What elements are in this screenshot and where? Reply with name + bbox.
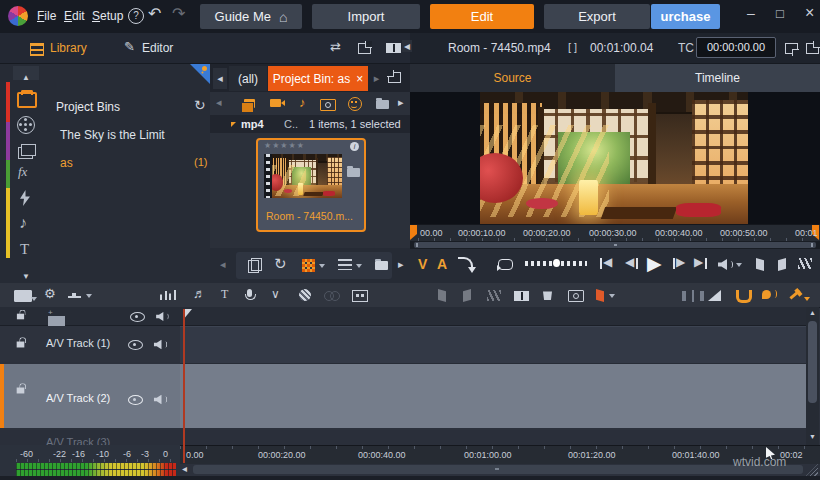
razor-split-icon[interactable] bbox=[487, 290, 501, 301]
rating-stars[interactable]: ★★★★★ bbox=[264, 141, 305, 150]
track-2-label[interactable]: A/V Track (2) bbox=[46, 392, 110, 404]
tab-timeline[interactable]: Timeline bbox=[615, 64, 820, 92]
bin-item-sky[interactable]: The Sky is the Limit bbox=[60, 128, 165, 142]
track-2-lock-icon[interactable] bbox=[17, 388, 25, 394]
track-2-content[interactable] bbox=[180, 364, 806, 428]
snapshot-icon[interactable] bbox=[568, 290, 584, 302]
timeline-ruler[interactable]: 0.00 00:00:20.00 00:00:40.00 00:01:00.00… bbox=[180, 445, 820, 464]
panel-pin-corner[interactable] bbox=[190, 64, 210, 84]
purchase-button[interactable]: urchase bbox=[651, 4, 720, 29]
vscroll-down-icon[interactable]: ▼ bbox=[809, 433, 816, 440]
clip-folder-icon[interactable] bbox=[347, 168, 360, 177]
track-1-content[interactable] bbox=[180, 326, 806, 364]
sidebar-scroll-down[interactable]: ▼ bbox=[13, 265, 39, 279]
sidebar-item-media[interactable] bbox=[18, 147, 33, 159]
tab-editor[interactable]: Editor bbox=[142, 41, 173, 55]
browse-folder-icon[interactable] bbox=[376, 100, 389, 109]
go-to-end-icon[interactable]: ▶ bbox=[694, 256, 703, 268]
playhead-line[interactable] bbox=[183, 309, 185, 463]
loop-playback-icon[interactable] bbox=[498, 259, 513, 270]
play-button[interactable]: ▶ bbox=[647, 252, 662, 275]
tab-all[interactable]: (all) bbox=[229, 66, 267, 91]
timeline-hscrollbar[interactable]: ◂ bbox=[180, 463, 820, 476]
track-row-1[interactable]: A/V Track (1) bbox=[0, 326, 806, 362]
track-size-icon[interactable] bbox=[68, 296, 81, 298]
bin-item-as[interactable]: as bbox=[60, 156, 73, 170]
audio-toggle[interactable]: A bbox=[437, 256, 447, 272]
trim-mode-icon[interactable] bbox=[708, 290, 721, 301]
redo-icon[interactable]: ↷ bbox=[172, 6, 185, 22]
send-to-timeline-arrow-icon[interactable] bbox=[458, 257, 473, 271]
export-button[interactable]: Export bbox=[544, 4, 650, 29]
track-1-lock-icon[interactable] bbox=[17, 342, 25, 348]
voiceover-icon[interactable] bbox=[247, 289, 252, 297]
volume-caret[interactable] bbox=[736, 263, 742, 267]
preview-scrollbar[interactable] bbox=[410, 241, 820, 249]
tab-library[interactable]: Library bbox=[50, 41, 87, 55]
clip-name[interactable]: Room - 74450.m... bbox=[266, 210, 353, 222]
guide-me-button[interactable]: Guide Me ⌂ bbox=[200, 4, 302, 29]
menu-edit[interactable]: Edit bbox=[64, 9, 85, 23]
vscroll-handle[interactable] bbox=[808, 321, 817, 403]
list-view-icon[interactable] bbox=[338, 259, 352, 270]
collapse-panel-icon[interactable]: ◂ bbox=[402, 40, 412, 52]
mark-out-icon[interactable] bbox=[778, 258, 786, 271]
delete-clip-icon[interactable] bbox=[543, 290, 552, 300]
menu-setup[interactable]: Setup bbox=[92, 9, 123, 23]
tl-mark-in-icon[interactable] bbox=[438, 289, 446, 302]
toolbox-caret[interactable] bbox=[804, 297, 810, 301]
home-icon[interactable]: ⌂ bbox=[279, 10, 287, 24]
tab-close-icon[interactable]: × bbox=[356, 72, 363, 86]
master-lock-icon[interactable] bbox=[17, 314, 24, 320]
magnet-snap-icon[interactable] bbox=[736, 290, 752, 303]
track-overlay-icon[interactable] bbox=[514, 291, 529, 301]
send-to-timeline-icon[interactable] bbox=[785, 43, 798, 54]
mark-in-icon[interactable] bbox=[756, 258, 764, 271]
video-filter-icon[interactable] bbox=[270, 99, 281, 107]
video-toggle[interactable]: V bbox=[418, 256, 427, 272]
minimize-button[interactable]: – bbox=[747, 6, 755, 20]
jog-shuttle[interactable] bbox=[525, 261, 587, 266]
undock-preview-icon[interactable] bbox=[806, 43, 819, 54]
group-label[interactable]: mp4 bbox=[241, 118, 264, 130]
track-1-label[interactable]: A/V Track (1) bbox=[46, 337, 110, 349]
add-media-icon[interactable] bbox=[244, 99, 255, 108]
track-2-audio-icon[interactable] bbox=[154, 395, 167, 405]
marker-caret[interactable] bbox=[609, 294, 615, 298]
dual-view-icon[interactable] bbox=[386, 43, 401, 53]
sidebar-item-transitions[interactable] bbox=[20, 190, 30, 206]
timeline-settings-gear-icon[interactable]: ⚙ bbox=[44, 287, 56, 300]
pan-zoom-icon[interactable] bbox=[299, 289, 311, 301]
toolbar-scroll-left-icon[interactable]: ◂ bbox=[216, 97, 222, 108]
volume-curve-icon[interactable]: ∨ bbox=[271, 288, 280, 300]
master-audio-icon[interactable] bbox=[156, 312, 168, 321]
sidebar-scroll-up[interactable]: ▲ bbox=[13, 66, 39, 80]
menu-file[interactable]: FFileile bbox=[37, 9, 56, 23]
keyframe-image-icon[interactable] bbox=[352, 290, 368, 302]
audio-scrub-icon[interactable] bbox=[762, 290, 771, 299]
import-button[interactable]: Import bbox=[312, 4, 420, 29]
multi-trim-icon[interactable] bbox=[798, 258, 812, 269]
copy-items-icon[interactable] bbox=[248, 260, 259, 273]
undo-icon[interactable]: ↶ bbox=[148, 6, 161, 22]
info-icon[interactable]: i bbox=[350, 142, 359, 151]
frame-back-icon[interactable]: ◀ bbox=[625, 256, 634, 268]
tc-field[interactable]: 00:00:00.00 bbox=[696, 37, 776, 58]
photo-filter-icon[interactable] bbox=[320, 99, 336, 111]
edit-mode-button[interactable]: Edit bbox=[430, 4, 534, 29]
link-icon[interactable]: ⇄ bbox=[330, 40, 341, 53]
timeline-display-caret[interactable] bbox=[31, 297, 37, 301]
send-to-icon[interactable] bbox=[375, 261, 388, 270]
clip-card[interactable]: ★★★★★ i Room - 74450.m... bbox=[256, 138, 366, 232]
browser-tab-scroll-right[interactable]: ▸ bbox=[370, 68, 383, 89]
browser-page-right-icon[interactable]: ▸ bbox=[398, 259, 404, 270]
sidebar-item-project-bins[interactable] bbox=[17, 92, 37, 108]
video-frame[interactable] bbox=[480, 92, 748, 224]
thumbnail-view-icon[interactable] bbox=[302, 259, 315, 272]
audio-filter-icon[interactable]: ♪ bbox=[299, 95, 306, 110]
list-view-caret[interactable] bbox=[356, 264, 362, 268]
title-editor-icon[interactable]: T bbox=[221, 288, 228, 300]
toolbar-scroll-right-icon[interactable]: ▸ bbox=[398, 97, 404, 108]
column-label[interactable]: C.. bbox=[284, 118, 298, 130]
timeline-vscrollbar[interactable]: ▲ ▼ bbox=[806, 307, 819, 445]
